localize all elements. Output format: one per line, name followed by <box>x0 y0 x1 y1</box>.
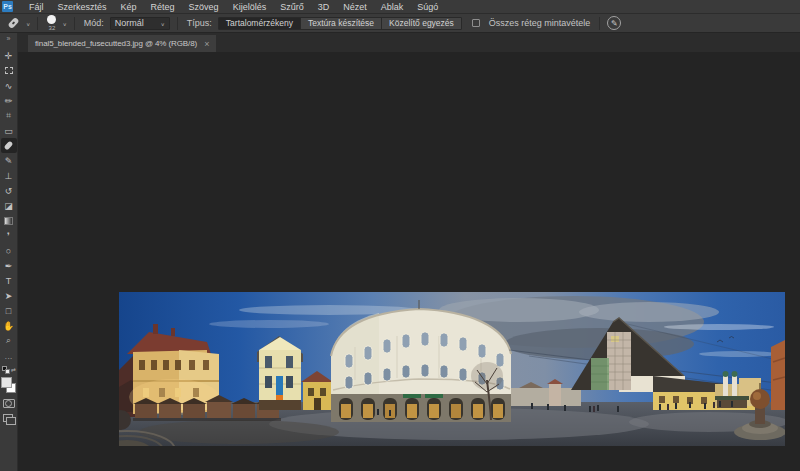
path-selection-icon: ➤ <box>5 291 13 301</box>
screen-mode-button[interactable] <box>3 414 15 424</box>
foreground-color-swatch[interactable] <box>1 377 12 388</box>
clone-stamp-tool[interactable]: ⊥ <box>1 168 17 183</box>
chevron-down-icon: ∨ <box>160 20 164 26</box>
type-button-proximity-match[interactable]: Közelítő egyezés <box>382 18 461 29</box>
clone-stamp-icon: ⊥ <box>5 171 13 181</box>
type-tool[interactable]: T <box>1 273 17 288</box>
type-icon: T <box>6 276 12 286</box>
quick-mask-button[interactable] <box>3 399 15 408</box>
gradient-tool[interactable] <box>1 213 17 228</box>
dodge-tool[interactable]: ○ <box>1 243 17 258</box>
lasso-tool[interactable]: ∿ <box>1 78 17 93</box>
chevron-down-icon[interactable]: ∨ <box>62 20 66 26</box>
document-tab-strip: final5_blended_fusecutted3.jpg @ 4% (RGB… <box>18 33 800 52</box>
menu-3d[interactable]: 3D <box>311 2 337 12</box>
history-brush-icon: ↺ <box>5 186 13 196</box>
gradient-icon <box>4 217 13 225</box>
panorama-image[interactable] <box>119 292 785 446</box>
sample-all-layers-checkbox[interactable] <box>472 19 480 27</box>
zoom-tool[interactable]: ⌕ <box>1 333 17 348</box>
brush-size-value: 32 <box>49 25 56 31</box>
options-separator <box>74 17 75 30</box>
tools-panel: » ✛ ∿ ✏ ⌗ ▭ ✎ ⊥ ↺ ◪ ❜ ○ ✒ T ➤ □ ✋ ⌕ ··· … <box>0 33 18 471</box>
zoom-icon: ⌕ <box>6 335 11 346</box>
tool-preset-spot-healing-icon[interactable] <box>7 17 19 29</box>
eraser-icon: ◪ <box>4 201 13 211</box>
default-background-icon <box>5 369 10 374</box>
canvas-area[interactable] <box>18 52 800 471</box>
spot-healing-brush-tool[interactable] <box>1 138 17 153</box>
brush-preset-picker[interactable]: 32 <box>47 15 56 31</box>
move-icon: ✛ <box>5 51 13 61</box>
document-tab[interactable]: final5_blended_fusecutted3.jpg @ 4% (RGB… <box>28 35 216 52</box>
ruler-tool[interactable]: ▭ <box>1 123 17 138</box>
color-swatches[interactable] <box>1 377 17 394</box>
menu-window[interactable]: Ablak <box>374 2 411 12</box>
smudge-icon: ❜ <box>7 231 10 241</box>
sample-all-layers-label: Összes réteg mintavétele <box>489 18 591 28</box>
quick-selection-tool[interactable]: ✏ <box>1 93 17 108</box>
menu-bar: Ps Fájl Szerkesztés Kép Réteg Szöveg Kij… <box>0 0 800 14</box>
lasso-icon: ∿ <box>5 81 13 91</box>
options-separator <box>177 17 178 30</box>
document-tab-title: final5_blended_fusecutted3.jpg @ 4% (RGB… <box>35 39 197 48</box>
pen-tool[interactable]: ✒ <box>1 258 17 273</box>
panorama-graphic <box>119 292 785 446</box>
brush-tool[interactable]: ✎ <box>1 153 17 168</box>
crop-tool[interactable]: ⌗ <box>1 108 17 123</box>
pen-icon: ✒ <box>5 261 13 271</box>
tool-options-bar: ∨ 32 ∨ Mód: Normál ∨ Típus: Tartalomérzé… <box>0 14 800 33</box>
menu-select[interactable]: Kijelölés <box>226 2 274 12</box>
brush-tip-icon <box>47 15 56 24</box>
edit-toolbar-icon[interactable]: ··· <box>5 354 13 363</box>
history-brush-tool[interactable]: ↺ <box>1 183 17 198</box>
photoshop-logo: Ps <box>2 1 13 12</box>
quick-selection-icon: ✏ <box>5 96 13 106</box>
options-separator <box>599 17 600 30</box>
menu-view[interactable]: Nézet <box>336 2 374 12</box>
spot-healing-icon <box>4 141 14 151</box>
collapse-toolbar-icon[interactable]: » <box>7 35 11 42</box>
eraser-tool[interactable]: ◪ <box>1 198 17 213</box>
type-segmented-control: Tartalomérzékeny Textúra készítése Közel… <box>218 17 462 30</box>
path-selection-tool[interactable]: ➤ <box>1 288 17 303</box>
shape-tool[interactable]: □ <box>1 303 17 318</box>
menu-type[interactable]: Szöveg <box>182 2 226 12</box>
chevron-down-icon[interactable]: ∨ <box>26 20 30 26</box>
options-separator <box>37 17 38 30</box>
dodge-icon: ○ <box>6 246 11 256</box>
hand-tool[interactable]: ✋ <box>1 318 17 333</box>
type-button-create-texture[interactable]: Textúra készítése <box>301 18 382 29</box>
tablet-pressure-icon[interactable]: ✎ <box>607 16 621 30</box>
brush-icon: ✎ <box>5 156 13 166</box>
mode-label: Mód: <box>84 18 104 28</box>
ruler-icon: ▭ <box>4 126 13 136</box>
marquee-tool[interactable] <box>1 63 17 78</box>
swap-colors-icon[interactable]: ⇄ <box>11 366 16 373</box>
move-tool[interactable]: ✛ <box>1 48 17 63</box>
close-icon[interactable]: × <box>204 39 209 49</box>
menu-help[interactable]: Súgó <box>410 2 445 12</box>
type-button-content-aware[interactable]: Tartalomérzékeny <box>219 18 301 29</box>
mode-selected-value: Normál <box>115 18 144 28</box>
menu-image[interactable]: Kép <box>114 2 144 12</box>
menu-file[interactable]: Fájl <box>22 2 51 12</box>
smudge-tool[interactable]: ❜ <box>1 228 17 243</box>
rectangle-shape-icon: □ <box>6 306 11 316</box>
default-colors-control[interactable]: ⇄ <box>2 366 15 375</box>
type-label: Típus: <box>187 18 212 28</box>
menu-filter[interactable]: Szűrő <box>273 2 311 12</box>
crop-icon: ⌗ <box>6 110 11 121</box>
marquee-icon <box>5 67 13 74</box>
menu-edit[interactable]: Szerkesztés <box>51 2 114 12</box>
mode-select[interactable]: Normál ∨ <box>110 17 170 30</box>
hand-icon: ✋ <box>3 321 14 331</box>
menu-layer[interactable]: Réteg <box>144 2 182 12</box>
